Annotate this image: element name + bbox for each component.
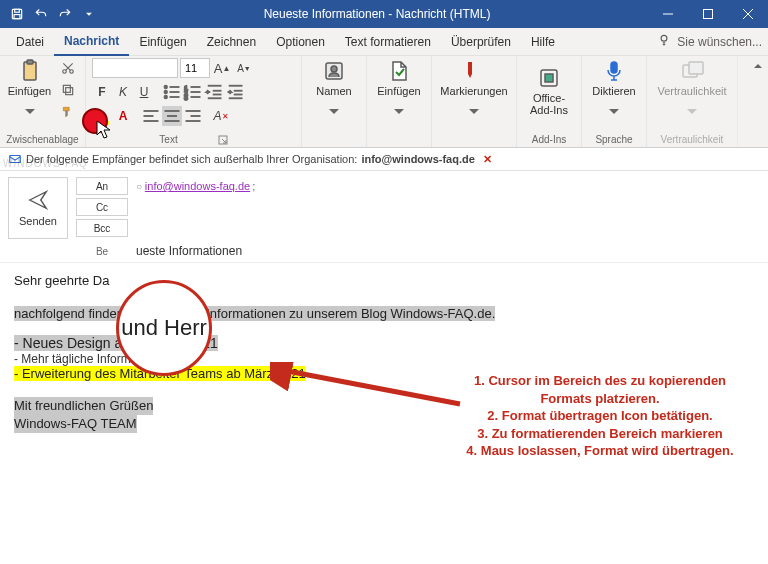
annotation-instructions: 1. Cursor im Bereich des zu kopierenden … xyxy=(450,372,750,460)
group-font: 11 A▲ A▼ F K U 123 A xyxy=(86,56,302,147)
include-label: Einfügen xyxy=(377,85,420,97)
outdent-icon[interactable] xyxy=(204,82,224,102)
sensitivity-button: Vertraulichkeit xyxy=(653,58,731,124)
group-addins: Office- Add-Ins Add-Ins xyxy=(517,56,582,147)
copy-icon[interactable] xyxy=(57,80,79,100)
bullets-icon[interactable] xyxy=(162,82,182,102)
dictate-group-label: Sprache xyxy=(588,132,640,147)
italic-button[interactable]: K xyxy=(113,82,133,102)
group-clipboard: Einfügen Zwischenablage xyxy=(0,56,86,147)
shrink-font-icon[interactable]: A▼ xyxy=(234,58,254,78)
to-field-value[interactable]: ○ info@windows-faq.de; xyxy=(136,180,255,192)
svg-rect-12 xyxy=(66,88,73,95)
cut-icon[interactable] xyxy=(57,58,79,78)
close-button[interactable] xyxy=(728,0,768,28)
font-name-combo[interactable] xyxy=(92,58,178,78)
sensitivity-label: Vertraulichkeit xyxy=(657,85,726,97)
group-include: Einfügen xyxy=(367,56,432,147)
align-center-icon[interactable] xyxy=(162,106,182,126)
dialog-launcher-icon[interactable] xyxy=(218,135,228,145)
svg-point-14 xyxy=(165,86,168,89)
svg-text:3: 3 xyxy=(184,94,188,101)
window-title: Neueste Informationen - Nachricht (HTML) xyxy=(106,7,648,21)
dictate-button[interactable]: Diktieren xyxy=(588,58,640,124)
compose-header: Senden An ○ info@windows-faq.de; Cc Bcc … xyxy=(0,171,768,263)
align-left-icon[interactable] xyxy=(141,106,161,126)
window-controls xyxy=(648,0,768,28)
bold-button[interactable]: F xyxy=(92,82,112,102)
svg-rect-2 xyxy=(14,15,20,19)
svg-rect-9 xyxy=(27,60,33,64)
svg-rect-48 xyxy=(545,74,553,82)
bcc-button[interactable]: Bcc xyxy=(76,219,128,237)
tags-label: Markierungen xyxy=(440,85,507,97)
group-tags: Markierungen xyxy=(432,56,517,147)
tab-format[interactable]: Text formatieren xyxy=(335,28,441,56)
redo-icon[interactable] xyxy=(54,3,76,25)
clipboard-group-label: Zwischenablage xyxy=(6,132,79,147)
grow-font-icon[interactable]: A▲ xyxy=(212,58,232,78)
infotip-email: info@windows-faq.de xyxy=(361,153,474,165)
maximize-button[interactable] xyxy=(688,0,728,28)
tab-insert[interactable]: Einfügen xyxy=(129,28,196,56)
subject-label: Be xyxy=(76,246,128,257)
tab-file[interactable]: Datei xyxy=(6,28,54,56)
group-dictate: Diktieren Sprache xyxy=(582,56,647,147)
underline-button[interactable]: U xyxy=(134,82,154,102)
ribbon: Einfügen Zwischenablage 11 A▲ A▼ F K U xyxy=(0,56,768,148)
svg-rect-1 xyxy=(15,9,20,12)
addins-button[interactable]: Office- Add-Ins xyxy=(523,58,575,124)
cc-button[interactable]: Cc xyxy=(76,198,128,216)
tab-draw[interactable]: Zeichnen xyxy=(197,28,266,56)
clear-formatting-icon[interactable]: A✕ xyxy=(211,106,231,126)
group-names: Namen xyxy=(302,56,367,147)
tab-message[interactable]: Nachricht xyxy=(54,28,129,56)
send-label: Senden xyxy=(19,215,57,227)
svg-point-7 xyxy=(661,35,667,41)
group-sensitivity: Vertraulichkeit Vertraulichkeit xyxy=(647,56,738,147)
include-button[interactable]: Einfügen xyxy=(373,58,425,124)
minimize-button[interactable] xyxy=(648,0,688,28)
font-group-label: Text xyxy=(92,132,295,147)
qat-dropdown-icon[interactable] xyxy=(78,3,100,25)
to-button[interactable]: An xyxy=(76,177,128,195)
paste-label: Einfügen xyxy=(8,85,51,97)
addins-label: Office- Add-Ins xyxy=(530,92,568,116)
body-signature-2: Windows-FAQ TEAM xyxy=(14,415,137,433)
svg-rect-51 xyxy=(689,62,703,74)
align-right-icon[interactable] xyxy=(183,106,203,126)
lightbulb-icon xyxy=(657,33,671,50)
save-icon[interactable] xyxy=(6,3,28,25)
subject-field[interactable]: ueste Informationen xyxy=(136,244,242,258)
tags-button[interactable]: Markierungen xyxy=(438,58,510,124)
body-salutation: Sehr geehrte Da xyxy=(14,273,754,288)
send-button[interactable]: Senden xyxy=(8,177,68,239)
sensitivity-group-label: Vertraulichkeit xyxy=(653,132,731,147)
dictate-label: Diktieren xyxy=(592,85,635,97)
indent-icon[interactable] xyxy=(225,82,245,102)
tellme-label[interactable]: Sie wünschen... xyxy=(677,35,762,49)
tab-options[interactable]: Optionen xyxy=(266,28,335,56)
collapse-ribbon-icon[interactable] xyxy=(752,58,764,76)
numbering-icon[interactable]: 123 xyxy=(183,82,203,102)
font-size-combo[interactable]: 11 xyxy=(180,58,210,78)
body-signature-1: Mit freundlichen Grüßen xyxy=(14,397,153,415)
svg-rect-4 xyxy=(704,10,713,19)
names-label: Namen xyxy=(316,85,351,97)
svg-point-16 xyxy=(165,91,168,94)
instruction-line-3: 3. Zu formatierenden Bereich markieren xyxy=(450,425,750,443)
external-recipient-infotip: Der folgende Empfänger befindet sich auß… xyxy=(0,148,768,171)
tab-help[interactable]: Hilfe xyxy=(521,28,565,56)
tab-review[interactable]: Überprüfen xyxy=(441,28,521,56)
watermark-text: WINDOWS-FAQ xyxy=(3,158,88,169)
format-painter-icon[interactable] xyxy=(57,102,79,122)
cursor-icon xyxy=(96,120,112,144)
svg-point-18 xyxy=(165,96,168,99)
infotip-dismiss-icon[interactable]: ✕ xyxy=(483,153,492,166)
addins-group-label: Add-Ins xyxy=(523,132,575,147)
font-color-icon[interactable]: A xyxy=(113,106,133,126)
names-button[interactable]: Namen xyxy=(308,58,360,124)
undo-icon[interactable] xyxy=(30,3,52,25)
instruction-line-2: 2. Format übertragen Icon betätigen. xyxy=(450,407,750,425)
paste-button[interactable]: Einfügen xyxy=(6,58,53,124)
